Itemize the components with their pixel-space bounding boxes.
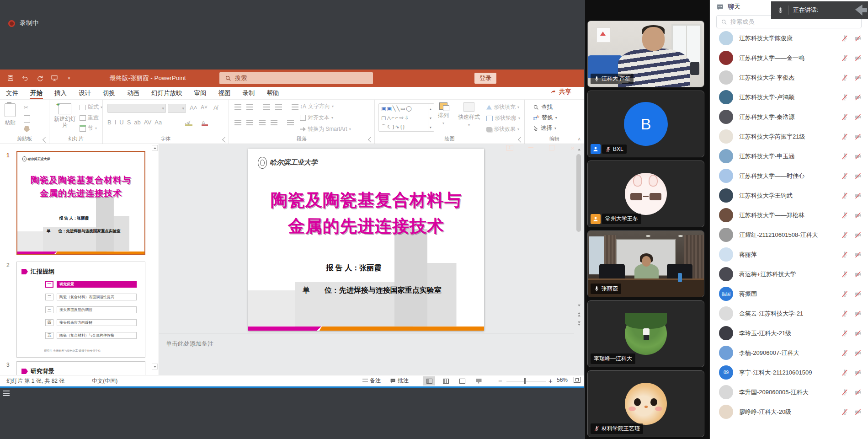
font-style-button[interactable]: I [115, 119, 117, 126]
camera-muted-icon[interactable] [854, 231, 862, 239]
slide-affiliation[interactable]: 单 位：先进焊接与连接国家重点实验室 [303, 286, 442, 295]
ribbon-tab[interactable]: 文件 [0, 87, 24, 99]
increase-indent-icon[interactable] [275, 104, 282, 110]
mic-muted-icon[interactable] [841, 349, 848, 357]
next-slide-button[interactable] [575, 320, 582, 327]
paste-button[interactable]: 粘贴 [5, 103, 16, 127]
zoom-in-button[interactable]: + [548, 377, 553, 385]
normal-view-button[interactable] [423, 376, 435, 385]
ribbon-tab[interactable]: 切换 [97, 87, 121, 99]
reset-button[interactable]: 重置 [80, 114, 99, 122]
member-row[interactable]: 李玲玉-江科大-21级 [710, 323, 868, 343]
member-row[interactable]: 江苏科技大学——时佳心 [710, 166, 868, 186]
mic-muted-icon[interactable] [841, 330, 848, 337]
shape-effects-button[interactable]: 形状效果▾ [486, 125, 519, 133]
scroll-up-icon[interactable] [152, 145, 158, 151]
member-row[interactable]: 江苏科技大学-秦浩源 [710, 107, 868, 127]
format-painter-icon[interactable] [24, 126, 30, 132]
close-button[interactable]: × [563, 139, 582, 156]
mic-muted-icon[interactable] [841, 271, 848, 278]
scroll-down-icon[interactable] [152, 364, 158, 369]
font-style-button[interactable]: Aa [154, 119, 162, 126]
mic-muted-icon[interactable] [841, 172, 848, 180]
section-button[interactable]: 节▾ [80, 124, 97, 132]
ribbon-tab[interactable]: 动画 [121, 87, 145, 99]
taskbar-list-icon[interactable] [3, 391, 10, 399]
line-spacing-icon[interactable] [292, 104, 298, 110]
camera-muted-icon[interactable] [854, 35, 862, 42]
member-row[interactable]: 金笑云-江苏科技大学-21 [710, 304, 868, 323]
member-row[interactable]: 江苏科技大学王钧武 [710, 186, 868, 205]
ribbon-display-options-button[interactable]: ↥ [500, 139, 519, 156]
mic-muted-icon[interactable] [841, 192, 848, 199]
camera-muted-icon[interactable] [854, 310, 862, 317]
member-row[interactable]: 蒋运梅+江苏科技大学 [710, 264, 868, 284]
camera-muted-icon[interactable] [854, 133, 862, 140]
member-list[interactable]: 江苏科技大学陈俊康 江苏科技大学——金一鸣 江苏科技大学-李俊杰 [710, 28, 868, 439]
mic-muted-icon[interactable] [841, 369, 848, 376]
video-tile-liruifeng[interactable]: 李瑞峰—江科大 [587, 300, 704, 367]
shapes-gallery-scroll[interactable]: ▲▼▼ [428, 104, 434, 131]
login-button[interactable]: 登录 [474, 73, 496, 84]
previous-slide-button[interactable] [575, 311, 582, 318]
save-button[interactable] [6, 74, 15, 82]
restore-button[interactable] [542, 139, 561, 156]
decrease-indent-icon[interactable] [263, 104, 270, 110]
font-color-button[interactable]: A [202, 120, 208, 126]
mic-muted-icon[interactable] [841, 408, 848, 416]
quick-styles-button[interactable]: 快速样式 ▾ [458, 102, 480, 127]
slide-thumbnail-panel[interactable]: 1 哈尔滨工业大学 陶瓷及陶瓷基复合材料与 金属的先进连接技术 报 告 人：张丽… [0, 144, 159, 375]
member-row[interactable]: 廖峥峥-江科大-20级 [710, 402, 868, 422]
mic-muted-icon[interactable] [841, 290, 848, 298]
thumbnail-scrollbar[interactable] [152, 145, 158, 375]
columns-icon[interactable] [287, 120, 294, 125]
zoom-slider-thumb[interactable] [524, 378, 526, 384]
mic-muted-icon[interactable] [841, 231, 848, 239]
convert-smartart-button[interactable]: 转换为 SmartArt▾ [300, 125, 351, 133]
mic-muted-icon[interactable] [841, 153, 848, 160]
customize-qat-chevron-icon[interactable]: ▾ [65, 74, 73, 82]
slide-presenter[interactable]: 报 告 人：张丽霞 [326, 263, 381, 273]
mic-muted-icon[interactable] [841, 389, 848, 396]
ribbon-tab[interactable]: 帮助 [261, 87, 285, 99]
camera-muted-icon[interactable] [854, 153, 862, 160]
notes-toggle-button[interactable]: 备注 [362, 377, 381, 385]
shape-fill-button[interactable]: 形状填充▾ [486, 103, 519, 111]
video-tile-bxl[interactable]: B BXL [587, 91, 704, 157]
shapes-gallery[interactable]: ▣▣╲╲▭◯ ▢△⌐⌐⇨⇩ ⌒☾)∿{} ▲▼▼ [378, 103, 434, 132]
member-row[interactable]: 江耀红-211210601508-江科大 [710, 225, 868, 245]
undo-button[interactable] [21, 74, 29, 82]
ribbon-tab[interactable]: 开始 [24, 87, 48, 99]
arrange-button[interactable]: 排列 ▾ [438, 102, 449, 125]
text-direction-button[interactable]: ↕A文字方向▾ [300, 102, 334, 110]
camera-muted-icon[interactable] [854, 330, 862, 337]
camera-muted-icon[interactable] [854, 349, 862, 357]
slide-title[interactable]: 陶瓷及陶瓷基复合材料与 金属的先进连接技术 [248, 187, 484, 240]
slide-thumbnail-3[interactable]: 研究背景 [16, 361, 145, 375]
video-tile-wangyijin[interactable]: 材料学院王艺瑾 [587, 370, 704, 437]
member-row[interactable]: 江苏科技大学芮振宇21级 [710, 127, 868, 146]
camera-muted-icon[interactable] [854, 290, 862, 298]
fit-slide-to-window-button[interactable] [574, 377, 580, 383]
font-style-button[interactable]: U [119, 119, 123, 126]
member-row[interactable]: 李楠-20906007-江科大 [710, 343, 868, 363]
align-center-icon[interactable] [246, 120, 253, 125]
mic-muted-icon[interactable] [841, 251, 848, 258]
zoom-level[interactable]: 56% [557, 377, 568, 383]
numbering-icon[interactable] [246, 104, 253, 110]
member-row[interactable]: 振国 蒋振国 [710, 284, 868, 304]
ribbon-tab[interactable]: 插入 [48, 87, 73, 99]
font-style-button[interactable]: AV [144, 119, 151, 126]
shape-outline-button[interactable]: 形状轮廓▾ [486, 114, 520, 122]
share-button[interactable]: 共享 [550, 88, 571, 96]
camera-muted-icon[interactable] [854, 271, 862, 278]
camera-muted-icon[interactable] [854, 192, 862, 199]
new-slide-button[interactable]: + 新建幻灯片 [52, 103, 78, 129]
camera-muted-icon[interactable] [854, 94, 862, 101]
slide-thumbnail-2[interactable]: 汇报提纲 一 研究背景 二 陶瓷（复合材料）表面润湿性提高 三 [16, 262, 145, 358]
camera-muted-icon[interactable] [854, 172, 862, 180]
ribbon-tab[interactable]: 录制 [237, 87, 261, 99]
ribbon-tab[interactable]: 幻灯片放映 [145, 87, 188, 99]
clear-formatting-button[interactable]: A̸ [213, 104, 218, 111]
highlight-color-button[interactable]: 𝓐 [185, 120, 192, 126]
